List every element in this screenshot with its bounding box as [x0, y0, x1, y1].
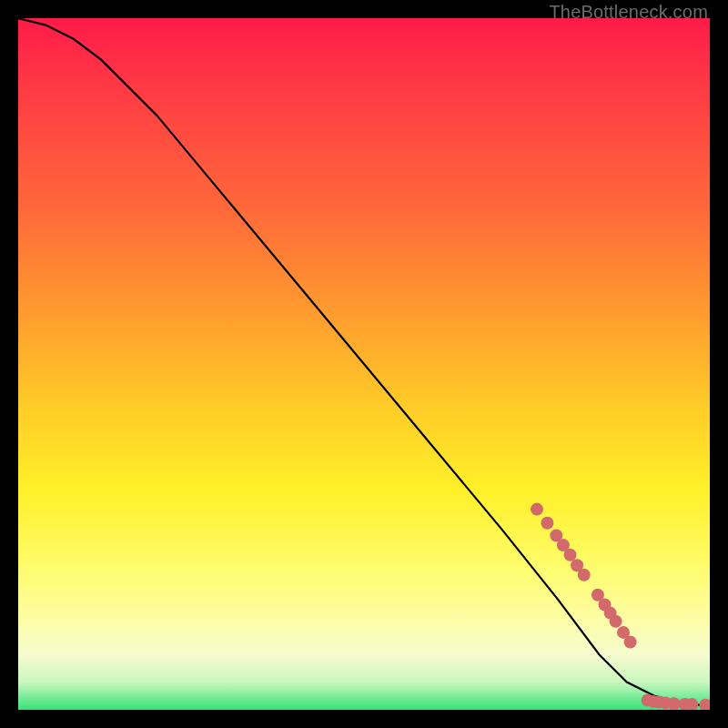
scatter-points	[531, 503, 710, 710]
scatter-dot	[668, 697, 681, 710]
scatter-dot	[541, 517, 553, 530]
scatter-dot	[578, 569, 591, 581]
scatter-dot	[624, 636, 637, 649]
scatter-dot	[531, 503, 543, 516]
chart-svg	[18, 18, 710, 710]
scatter-dot	[699, 699, 710, 710]
scatter-dot	[610, 615, 622, 628]
scatter-dot	[564, 549, 577, 561]
chart-stage: TheBottleneck.com	[0, 0, 728, 728]
plot-area	[18, 18, 710, 710]
